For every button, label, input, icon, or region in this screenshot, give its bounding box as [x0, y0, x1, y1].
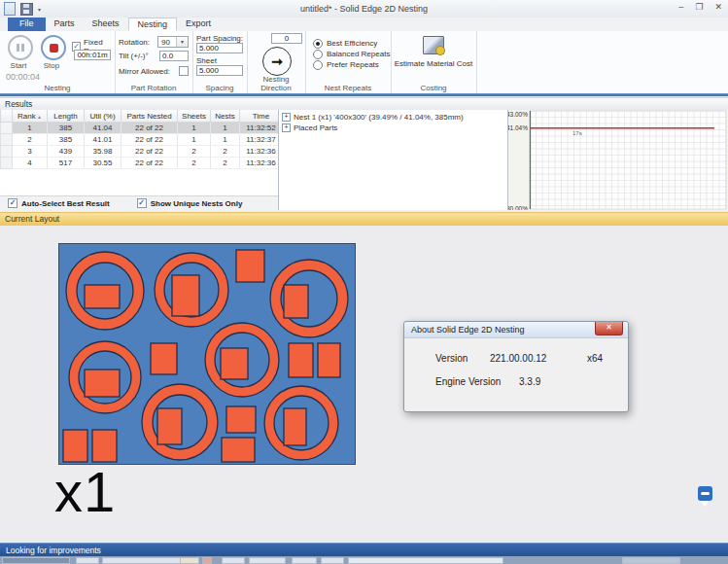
- chevron-down-icon: ▾: [176, 37, 188, 47]
- tab-file[interactable]: File: [8, 18, 46, 31]
- nested-part-rect[interactable]: [289, 343, 313, 377]
- auto-select-best-result-checkbox[interactable]: Auto-Select Best Result: [8, 198, 110, 208]
- nested-part-rect[interactable]: [157, 408, 182, 444]
- fixed-run-duration-input[interactable]: 00h:01m: [74, 50, 111, 60]
- checkbox-icon: [8, 198, 17, 208]
- results-body: Rank ▲LengthUtil (%)Parts NestedSheetsNe…: [0, 110, 728, 210]
- stop-icon: [50, 44, 58, 53]
- part-spacing-input[interactable]: 5.000: [196, 43, 243, 53]
- nested-part-rect[interactable]: [85, 285, 120, 308]
- taskbar-window-button[interactable]: [348, 557, 503, 564]
- group-label-nesting: Nesting: [0, 84, 115, 92]
- tilt-input[interactable]: 0.0: [159, 51, 189, 61]
- nested-part-rect[interactable]: [92, 430, 117, 462]
- checkbox-icon: [137, 198, 147, 208]
- radio-balanced-repeats[interactable]: Balanced Repeats: [313, 49, 390, 59]
- tab-parts[interactable]: Parts: [46, 18, 84, 31]
- taskbar-window-button[interactable]: [102, 557, 188, 564]
- column-header-parts-nested[interactable]: Parts Nested: [121, 110, 178, 123]
- tab-export[interactable]: Export: [177, 18, 220, 31]
- nested-part-rect[interactable]: [318, 343, 340, 377]
- sort-indicator-icon: ▲: [36, 113, 42, 119]
- utilization-chart: 43.00%41.04%30.00%17s: [508, 110, 728, 210]
- nesting-sheet-svg[interactable]: [58, 243, 356, 465]
- nested-part-rect[interactable]: [236, 250, 264, 282]
- nested-part-rect[interactable]: [63, 430, 87, 462]
- row-selector[interactable]: [1, 134, 13, 146]
- estimate-material-cost-button[interactable]: Estimate Material Cost: [391, 36, 476, 68]
- column-header-util-%-[interactable]: Util (%): [85, 110, 121, 123]
- layout-canvas[interactable]: x1 About Solid Edge 2D Nesting ✕ Version…: [0, 226, 728, 543]
- version-arch: x64: [587, 353, 603, 364]
- radio-best-efficiency[interactable]: Best Efficiency: [313, 38, 390, 49]
- nested-part-rect[interactable]: [226, 406, 256, 433]
- ribbon-group-nesting: Start Stop Fixed Run 00h:01m 00:00:04 Ne…: [0, 31, 116, 93]
- ribbon-group-nest-repeats: Best EfficiencyBalanced RepeatsPrefer Re…: [305, 31, 392, 93]
- sheet-spacing-input[interactable]: 5.000: [196, 65, 243, 76]
- table-row[interactable]: 451730.5522 of 222211:32:36: [1, 158, 280, 169]
- tree-expander-icon[interactable]: +: [282, 123, 291, 132]
- start-button[interactable]: Start: [8, 35, 33, 70]
- column-header-nests[interactable]: Nests: [211, 110, 240, 123]
- tab-sheets[interactable]: Sheets: [84, 18, 128, 31]
- taskbar-window-button[interactable]: [202, 557, 212, 564]
- group-label-part-rotation: Part Rotation: [115, 84, 192, 92]
- rotation-dropdown[interactable]: 90 ▾: [157, 36, 189, 48]
- minimize-button[interactable]: –: [678, 2, 683, 12]
- table-row[interactable]: 343935.9822 of 222211:32:36: [1, 146, 280, 158]
- mirror-allowed-checkbox[interactable]: [179, 66, 189, 76]
- taskbar-window-button[interactable]: [2, 557, 70, 564]
- current-layout-caption: Current Layout: [0, 212, 728, 227]
- nested-part-rect[interactable]: [222, 438, 255, 462]
- nesting-direction-input[interactable]: 0: [271, 33, 302, 44]
- about-dialog: About Solid Edge 2D Nesting ✕ Version 22…: [403, 321, 629, 412]
- group-label-costing: Costing: [391, 84, 476, 92]
- results-rows: 138541.0422 of 221111:32:52238541.0122 o…: [1, 123, 280, 169]
- taskbar-window-button[interactable]: [321, 557, 344, 564]
- row-selector[interactable]: [1, 158, 13, 169]
- table-row[interactable]: 238541.0122 of 221111:32:37: [1, 134, 280, 146]
- nested-part-rect[interactable]: [85, 370, 120, 397]
- results-caption: Results: [0, 97, 728, 111]
- taskbar-window-button[interactable]: [222, 557, 245, 564]
- results-table-panel: Rank ▲LengthUtil (%)Parts NestedSheetsNe…: [0, 110, 279, 210]
- nested-part-rect[interactable]: [284, 285, 308, 318]
- column-header-time[interactable]: Time: [240, 110, 280, 123]
- nested-part-rect[interactable]: [172, 275, 199, 316]
- row-selector[interactable]: [1, 123, 13, 134]
- nested-part-rect[interactable]: [221, 348, 248, 379]
- restore-button[interactable]: ❐: [695, 2, 703, 12]
- nesting-direction-icon[interactable]: ➞: [262, 47, 292, 76]
- taskbar-window-button[interactable]: [292, 557, 317, 564]
- column-header-rank[interactable]: Rank ▲: [13, 110, 48, 123]
- teamviewer-icon[interactable]: [697, 486, 714, 508]
- nested-part-rect[interactable]: [151, 343, 177, 374]
- taskbar-window-button[interactable]: [180, 557, 199, 564]
- taskbar-window-button[interactable]: [249, 557, 286, 564]
- tree-item-0[interactable]: +Nest 1 (x1) '400x300' (39.49% / 41.04%,…: [282, 112, 507, 123]
- group-label-nest-repeats: Nest Repeats: [305, 84, 391, 92]
- tree-expander-icon[interactable]: +: [282, 113, 291, 122]
- start-icon: [17, 44, 24, 52]
- nested-part-rect[interactable]: [284, 408, 306, 445]
- ribbon-group-spacing: Part Spacing: 5.000 Sheet Spacing: 5.000…: [192, 31, 248, 93]
- taskbar-window-button[interactable]: [76, 557, 99, 564]
- rotation-label: Rotation:: [119, 38, 150, 47]
- show-unique-nests-checkbox[interactable]: Show Unique Nests Only: [137, 198, 243, 208]
- taskbar-window-button[interactable]: [622, 557, 680, 564]
- mirror-allowed-label: Mirror Allowed:: [119, 67, 170, 76]
- radio-icon: [313, 50, 323, 59]
- row-selector[interactable]: [1, 146, 13, 158]
- stop-button[interactable]: Stop: [41, 35, 66, 70]
- table-row[interactable]: 138541.0422 of 221111:32:52: [1, 123, 280, 134]
- tree-item-1[interactable]: +Placed Parts: [282, 123, 507, 133]
- radio-prefer-repeats[interactable]: Prefer Repeats: [313, 59, 390, 70]
- column-header-sheets[interactable]: Sheets: [178, 110, 211, 123]
- close-button[interactable]: ✕: [714, 2, 722, 12]
- nest-tree-panel: +Nest 1 (x1) '400x300' (39.49% / 41.04%,…: [279, 110, 508, 210]
- windows-taskbar[interactable]: [0, 556, 728, 564]
- radio-icon: [313, 60, 323, 70]
- tab-nesting[interactable]: Nesting: [128, 18, 178, 31]
- column-header-length[interactable]: Length: [48, 110, 85, 123]
- about-dialog-close-button[interactable]: ✕: [595, 322, 623, 335]
